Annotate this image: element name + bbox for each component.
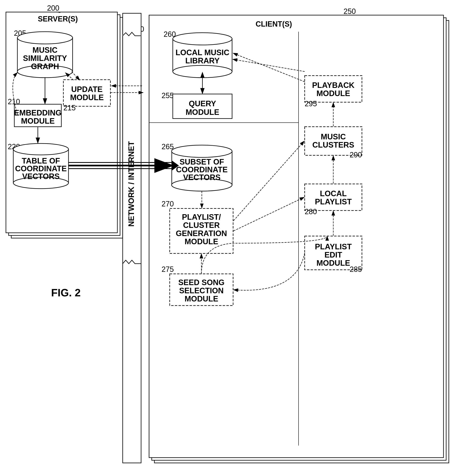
ref-285: 285	[350, 265, 362, 273]
playlist-cluster-label2: CLUSTER	[183, 221, 220, 230]
table-coord-top	[13, 144, 69, 155]
query-module-label2: MODULE	[186, 108, 219, 117]
music-clusters-label1: MUSIC	[321, 132, 346, 141]
music-similarity-graph-label3: GRAPH	[31, 62, 59, 71]
embedding-module-label1: EMBEDDING	[14, 109, 61, 117]
seed-song-label1: SEED SONG	[178, 278, 224, 287]
local-music-top	[173, 33, 232, 45]
ref-265: 265	[162, 143, 174, 151]
local-playlist-label2: PLAYLIST	[315, 197, 352, 206]
local-music-label1: LOCAL MUSIC	[175, 48, 229, 57]
subset-coord-label3: VECTORS	[183, 173, 220, 182]
ref-295: 295	[305, 100, 317, 108]
network-bar	[123, 13, 141, 463]
table-coord-label3: VECTORS	[22, 172, 60, 181]
ref-275: 275	[162, 265, 174, 273]
table-coord-label1: TABLE OF	[22, 157, 60, 165]
ref-255: 255	[162, 91, 174, 100]
embedding-module-label2: MODULE	[21, 117, 55, 125]
local-playlist-label1: LOCAL	[320, 189, 347, 198]
network-label: NETWORK / INTERNET	[127, 141, 136, 227]
ref-215: 215	[63, 104, 76, 112]
ref-270: 270	[162, 200, 174, 208]
ref-290: 290	[350, 151, 362, 159]
subset-coord-top	[172, 145, 232, 157]
table-coord-label2: COORDINATE	[15, 164, 67, 173]
music-clusters-label2: CLUSTERS	[312, 141, 354, 149]
seed-song-label3: MODULE	[185, 295, 218, 303]
ref-200: 200	[47, 4, 59, 12]
clients-label: CLIENT(S)	[256, 20, 292, 28]
diagram-container: 200 SERVER(S) 205 MUSIC SIMILARITY GRAPH…	[0, 0, 457, 476]
ref-250: 250	[344, 7, 356, 16]
playlist-cluster-label1: PLAYLIST/	[182, 213, 221, 221]
playback-label2: MODULE	[317, 89, 350, 98]
servers-label: SERVER(S)	[38, 15, 78, 23]
query-module-label1: QUERY	[189, 99, 216, 108]
playlist-edit-label1: PLAYLIST	[315, 242, 352, 251]
ref-280: 280	[305, 207, 317, 216]
update-module-label1: UPDATE	[71, 85, 103, 94]
subset-coord-label2: COORDINATE	[176, 165, 228, 174]
music-similarity-graph-top	[17, 32, 73, 44]
local-music-label2: LIBRARY	[185, 56, 219, 65]
update-module-label2: MODULE	[70, 93, 104, 102]
subset-coord-label1: SUBSET OF	[180, 158, 224, 166]
music-similarity-graph-label: MUSIC	[33, 46, 57, 54]
playback-label1: PLAYBACK	[312, 81, 354, 90]
fig-label: FIG. 2	[51, 287, 81, 299]
playlist-edit-label3: MODULE	[317, 259, 350, 267]
playlist-cluster-label3: GENERATION	[176, 229, 227, 238]
playlist-cluster-label4: MODULE	[185, 237, 218, 246]
seed-song-label2: SELECTION	[179, 286, 224, 295]
music-similarity-graph-label2: SIMILARITY	[23, 54, 67, 63]
playlist-edit-label2: EDIT	[325, 251, 342, 259]
local-music-bottom	[173, 65, 232, 78]
